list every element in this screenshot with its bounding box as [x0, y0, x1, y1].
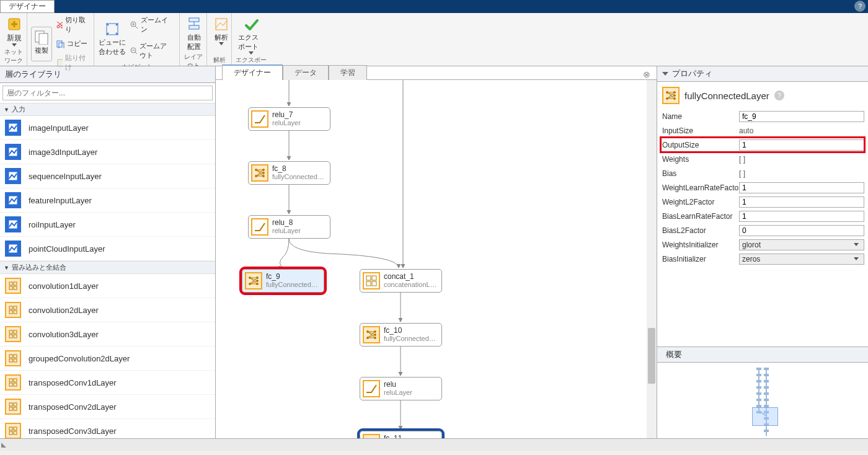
- svg-rect-20: [189, 18, 199, 22]
- layer-library-panel: 層のライブラリ ▼入力 imageInputLayerimage3dInputL…: [0, 66, 216, 438]
- category-conv[interactable]: ▼畳み込みと全結合: [0, 261, 215, 274]
- prop-name-input[interactable]: [739, 111, 864, 122]
- library-item[interactable]: sequenceInputLayer: [0, 164, 215, 188]
- prop-binit-select[interactable]: zeros: [739, 254, 864, 265]
- fully-connected-icon: [245, 272, 262, 289]
- svg-rect-49: [9, 379, 12, 382]
- tab-data[interactable]: データ: [283, 65, 329, 80]
- prop-winit-select[interactable]: glorot: [739, 239, 864, 250]
- svg-rect-140: [756, 399, 761, 401]
- help-icon[interactable]: ?: [854, 1, 866, 12]
- library-item[interactable]: featureInputLayer: [0, 188, 215, 213]
- svg-rect-39: [9, 311, 12, 314]
- prop-wl2-input[interactable]: [739, 197, 864, 208]
- expand-icon[interactable]: [1, 443, 11, 448]
- help-icon[interactable]: ?: [774, 91, 784, 100]
- node-fc8[interactable]: fc_8fullyConnected…: [248, 161, 330, 185]
- svg-rect-38: [14, 306, 17, 309]
- svg-rect-33: [9, 282, 12, 285]
- library-item[interactable]: imageInputLayer: [0, 116, 215, 140]
- svg-line-7: [58, 22, 63, 25]
- new-button[interactable]: 新規: [4, 14, 25, 46]
- tab-train[interactable]: 学習: [329, 65, 367, 80]
- svg-point-6: [61, 25, 63, 28]
- svg-rect-42: [14, 330, 17, 334]
- svg-rect-137: [756, 380, 761, 382]
- copy-button[interactable]: コピー: [53, 38, 90, 50]
- cut-button[interactable]: 切り取り: [53, 14, 90, 35]
- prop-row-name: Name: [661, 109, 864, 123]
- node-fc9[interactable]: fc_9fullyConnected…: [242, 269, 324, 293]
- category-input[interactable]: ▼入力: [0, 103, 215, 116]
- canvas-scrollbar[interactable]: [647, 80, 657, 438]
- ribbon-tab-designer[interactable]: デザイナー: [0, 0, 55, 13]
- prop-wlrf-input[interactable]: [739, 182, 864, 193]
- svg-rect-55: [9, 407, 12, 410]
- prop-blrf-input[interactable]: [739, 211, 864, 222]
- svg-rect-44: [14, 335, 17, 338]
- prop-row-winit: WeightsInitializerglorot: [661, 237, 864, 252]
- svg-rect-138: [756, 386, 761, 389]
- analyze-button[interactable]: 解析: [211, 14, 232, 55]
- library-item[interactable]: groupedConvolution2dLayer: [0, 347, 215, 371]
- library-item[interactable]: pointCloudInputLayer: [0, 237, 215, 261]
- node-relu7[interactable]: relu_7reluLayer: [248, 107, 330, 131]
- overview-header[interactable]: 概要: [657, 347, 868, 363]
- layer-library-title: 層のライブラリ: [0, 66, 215, 83]
- fully-connected-icon: [662, 87, 680, 104]
- tab-designer[interactable]: デザイナー: [222, 64, 283, 80]
- layer-filter-input[interactable]: [2, 86, 213, 100]
- svg-point-5: [57, 25, 60, 28]
- close-tab-icon[interactable]: ⊗: [643, 69, 650, 79]
- title-bar: デザイナー ?: [0, 0, 868, 13]
- chevron-down-icon: [219, 42, 224, 45]
- svg-rect-136: [756, 374, 761, 376]
- library-item[interactable]: roiInputLayer: [0, 213, 215, 237]
- svg-rect-45: [9, 355, 12, 358]
- svg-line-25: [220, 23, 223, 25]
- relu-icon: [251, 110, 268, 128]
- relu-icon: [251, 218, 268, 236]
- svg-rect-37: [9, 306, 12, 309]
- library-item[interactable]: transposedConv1dLayer: [0, 371, 215, 395]
- node-fc11[interactable]: fc_11fullyConnected…: [360, 431, 442, 438]
- canvas-tabs: デザイナー データ 学習 ⊗: [216, 66, 657, 80]
- overview-map[interactable]: [657, 363, 868, 438]
- node-fc10[interactable]: fc_10fullyConnected…: [360, 323, 442, 347]
- paste-button[interactable]: 貼り付け: [53, 52, 90, 73]
- library-item[interactable]: convolution3dLayer: [0, 322, 215, 347]
- svg-rect-51: [9, 383, 12, 386]
- library-item-label: roiInputLayer: [29, 220, 76, 229]
- prop-outputsize-input[interactable]: [739, 139, 864, 151]
- svg-line-14: [135, 26, 138, 29]
- canvas[interactable]: relu_7reluLayer fc_8fullyConnected… relu…: [216, 80, 657, 438]
- duplicate-button[interactable]: 複製: [31, 27, 52, 61]
- properties-header[interactable]: プロパティ: [657, 66, 868, 82]
- svg-rect-47: [9, 359, 12, 362]
- node-relu8[interactable]: relu_8reluLayer: [248, 215, 330, 239]
- library-item[interactable]: convolution2dLayer: [0, 298, 215, 322]
- svg-rect-54: [14, 403, 17, 406]
- svg-rect-10: [59, 43, 64, 48]
- concat-icon: [363, 272, 380, 289]
- svg-rect-56: [14, 407, 17, 410]
- export-button[interactable]: エクスポート: [236, 14, 267, 55]
- layer-icon: [5, 278, 21, 294]
- library-item[interactable]: transposedConv2dLayer: [0, 395, 215, 419]
- overview-viewport[interactable]: [752, 407, 778, 426]
- auto-arrange-button[interactable]: 自動 配置: [184, 14, 205, 51]
- layer-icon: [5, 350, 21, 366]
- layer-icon: [5, 326, 21, 342]
- node-relu[interactable]: relureluLayer: [360, 377, 442, 400]
- library-item[interactable]: transposedConv3dLayer: [0, 419, 215, 438]
- fit-view-button[interactable]: ビューに 合わせる: [98, 19, 126, 56]
- library-item-label: groupedConvolution2dLayer: [29, 354, 130, 363]
- node-concat[interactable]: concat_1concatenationL…: [360, 269, 442, 293]
- zoom-in-button[interactable]: ズームイン: [127, 14, 175, 35]
- zoom-out-button[interactable]: ズームアウト: [127, 40, 175, 61]
- prop-row-blrf: BiasLearnRateFactor: [661, 209, 864, 223]
- library-item[interactable]: convolution1dLayer: [0, 274, 215, 298]
- library-item[interactable]: image3dInputLayer: [0, 140, 215, 164]
- layer-icon: [5, 216, 21, 232]
- prop-bl2-input[interactable]: [739, 225, 864, 236]
